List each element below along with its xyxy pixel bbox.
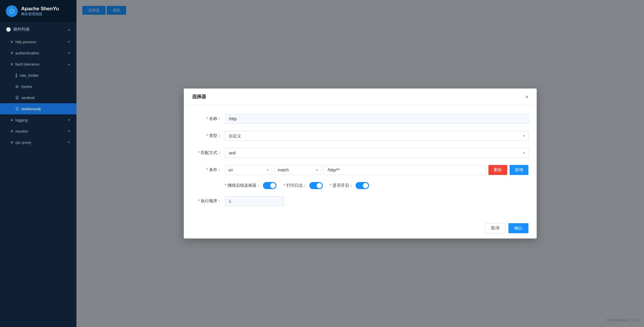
plugin-list-label: 插件列表 [13,27,30,32]
order-input[interactable] [225,196,284,206]
continue-selector-toggle[interactable] [263,182,276,189]
sidebar-item-label: monitor [15,129,28,134]
condition-label: *条件： [192,167,221,173]
modal-overlay: 选择器 × *名称： *类型： [76,0,644,327]
list-icon: ☰ [15,95,19,100]
sidebar-item-label: rpc proxy [15,140,31,145]
sidebar-item-logging[interactable]: ≡ logging [0,114,76,126]
selector-modal: 选择器 × *名称： *类型： [184,89,537,238]
form-row-type: *类型： 自定义 全流量 ▾ [192,131,528,141]
add-condition-button[interactable]: 新增 [510,165,528,175]
app-name: Apache ShenYu [21,6,59,12]
name-input[interactable] [225,114,528,124]
type-select-wrapper: 自定义 全流量 ▾ [225,131,528,141]
order-label: *执行顺序： [192,198,221,204]
type-label: *类型： [192,133,221,139]
condition-select1-wrapper: uri header query ▾ [225,165,272,175]
modal-header: 选择器 × [184,89,537,106]
sidebar-section-plugin-list[interactable]: 🕐 插件列表 [0,22,76,36]
sidebar-item-rpc-proxy[interactable]: ≡ rpc proxy [0,137,76,148]
chevron-down-icon [67,129,71,133]
form-row-condition: *条件： uri header query ▾ [192,165,528,175]
print-log-label: *打印日志： [283,183,307,188]
sidebar-item-authentication[interactable]: ≡ authentication [0,47,76,59]
list-icon: ≡ [11,140,13,145]
main-content: 选择器 规则 选择器 × *名称： [76,0,644,327]
circle-icon: ⊘ [15,84,19,89]
chevron-down-icon [67,51,71,55]
condition-select2-wrapper: match = regex ▾ [274,165,321,175]
clock-icon: 🕐 [6,27,11,32]
form-row-toggles: placeholder *继续后续选择器： *打印日志： [192,182,528,189]
sidebar: ⬡ Apache ShenYu 网关管理系统 🕐 插件列表 ≡ http pro… [0,0,76,327]
cancel-button[interactable]: 取消 [485,223,505,233]
form-row-order: *执行顺序： [192,196,528,206]
app-logo-icon: ⬡ [6,5,18,17]
plugin-list-chevron [67,28,71,31]
toggle-group-is-open: *是否开启： [330,182,369,189]
name-label: *名称： [192,116,221,121]
match-select-wrapper: and or ▾ [225,148,528,158]
chevron-down-icon [67,141,71,144]
list-icon: ≡ [11,62,13,66]
sidebar-item-label: resilience4j [21,107,41,111]
pause-icon: ∥ [15,73,17,78]
condition-value-input[interactable] [324,165,486,175]
match-select[interactable]: and or [225,148,528,158]
modal-body: *名称： *类型： 自定义 全流量 ▾ [184,106,537,219]
sidebar-item-label: http process [15,40,36,44]
print-log-toggle[interactable] [309,182,323,189]
sidebar-item-label: logging [15,118,28,122]
modal-title: 选择器 [192,94,206,100]
sidebar-item-sentinel[interactable]: ☰ sentinel [0,92,76,103]
confirm-button[interactable]: 确认 [508,223,528,233]
sidebar-item-fault-tolerance[interactable]: ≡ fault tolerance [0,59,76,70]
sidebar-item-label: authentication [15,51,39,55]
delete-condition-button[interactable]: 删除 [488,165,507,175]
list-icon: ☰ [15,106,19,111]
is-open-toggle[interactable] [356,182,369,189]
list-icon: ≡ [11,39,13,44]
list-icon: ≡ [11,118,13,122]
sidebar-item-monitor[interactable]: ≡ monitor [0,126,76,137]
chevron-down-icon [67,118,71,122]
modal-close-button[interactable]: × [525,94,528,100]
chevron-up-icon [67,62,71,66]
list-icon: ≡ [11,129,13,134]
toggle-group-continue: *继续后续选择器： [225,182,276,189]
list-icon: ≡ [11,51,13,55]
sidebar-item-hystrix[interactable]: ⊘ hystrix [0,81,76,92]
condition-select1[interactable]: uri header query [225,165,272,175]
chevron-down-icon [67,40,71,44]
app-subtitle: 网关管理系统 [21,12,59,17]
sidebar-item-label: sentinel [21,96,35,100]
sidebar-item-http-process[interactable]: ≡ http process [0,36,76,47]
continue-selector-label: *继续后续选择器： [225,183,261,188]
sidebar-item-rate-limiter[interactable]: ∥ rate_limiter [0,70,76,81]
sidebar-item-label: fault tolerance [15,62,39,66]
modal-footer: 取消 确认 [184,219,537,238]
type-select[interactable]: 自定义 全流量 [225,131,528,141]
condition-select2[interactable]: match = regex [274,165,321,175]
match-label: *匹配方式： [192,150,221,156]
sidebar-item-label: rate_limiter [20,73,39,78]
form-row-name: *名称： [192,114,528,124]
toggle-group-print-log: *打印日志： [283,182,323,189]
toggle-wrapper: *继续后续选择器： *打印日志： *是否开启： [225,182,369,189]
condition-row: uri header query ▾ match = regex [225,165,528,175]
is-open-label: *是否开启： [330,183,353,188]
sidebar-header: ⬡ Apache ShenYu 网关管理系统 [0,0,76,22]
form-row-match: *匹配方式： and or ▾ [192,148,528,158]
sidebar-item-label: hystrix [21,84,32,89]
sidebar-item-resilience4j[interactable]: ☰ resilience4j [0,103,76,114]
